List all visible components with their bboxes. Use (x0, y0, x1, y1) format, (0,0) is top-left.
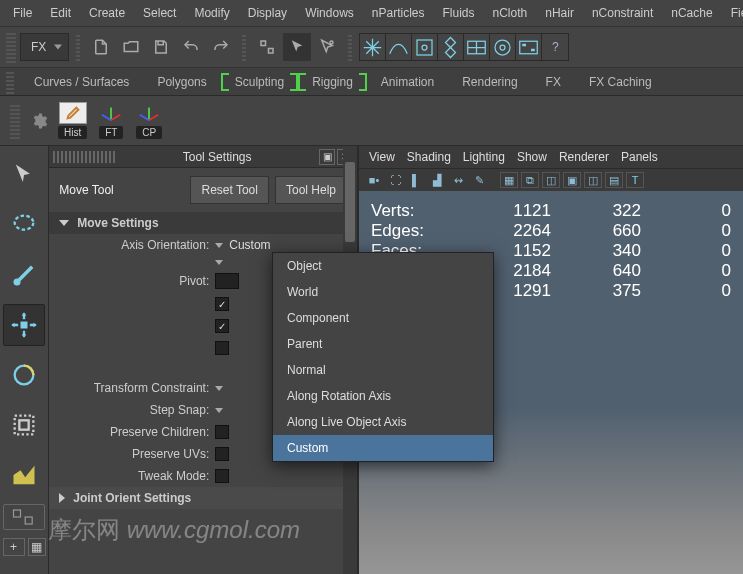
checkbox[interactable] (215, 341, 229, 355)
outliner-button[interactable] (3, 504, 45, 530)
menu-fiel[interactable]: Fiel (722, 2, 743, 24)
menu-select[interactable]: Select (134, 2, 185, 24)
lasso-tool[interactable] (3, 204, 45, 246)
menu-windows[interactable]: Windows (296, 2, 363, 24)
module-selector[interactable]: FX (20, 33, 69, 61)
tab-animation[interactable]: Animation (367, 69, 448, 95)
snap-curve-button[interactable] (386, 34, 412, 60)
chevron-down-icon[interactable] (215, 408, 223, 413)
tab-rigging[interactable]: Rigging (298, 69, 367, 95)
reset-tool-button[interactable]: Reset Tool (190, 176, 268, 204)
pivot-swatch[interactable] (215, 273, 239, 289)
bookmark-icon[interactable]: ▌ (407, 172, 425, 188)
menu-edit[interactable]: Edit (41, 2, 80, 24)
dd-along-rotation[interactable]: Along Rotation Axis (273, 383, 493, 409)
snap-live-button[interactable] (490, 34, 516, 60)
dd-object[interactable]: Object (273, 253, 493, 279)
last-tool[interactable] (3, 454, 45, 496)
vp-menu-renderer[interactable]: Renderer (559, 150, 609, 164)
menu-fluids[interactable]: Fluids (434, 2, 484, 24)
brush-icon[interactable]: ✎ (470, 172, 488, 188)
scrollbar-thumb[interactable] (345, 162, 355, 242)
menu-create[interactable]: Create (80, 2, 134, 24)
film-gate-icon[interactable]: ⧉ (521, 172, 539, 188)
resolution-gate-icon[interactable]: ◫ (542, 172, 560, 188)
move-settings-section[interactable]: Move Settings (49, 212, 357, 234)
tab-rendering[interactable]: Rendering (448, 69, 531, 95)
vp-menu-lighting[interactable]: Lighting (463, 150, 505, 164)
menu-file[interactable]: File (4, 2, 41, 24)
shelf-cp[interactable]: CP (135, 102, 163, 139)
vp-menu-shading[interactable]: Shading (407, 150, 451, 164)
gear-icon[interactable] (30, 112, 48, 130)
panel-dock-button[interactable]: ▣ (319, 149, 335, 165)
move-tool[interactable] (3, 304, 45, 346)
textured-icon[interactable]: T (626, 172, 644, 188)
tweak-mode-checkbox[interactable] (215, 469, 229, 483)
menu-modify[interactable]: Modify (185, 2, 238, 24)
tab-polygons[interactable]: Polygons (143, 69, 220, 95)
lock-camera-icon[interactable]: ⛶ (386, 172, 404, 188)
layout-grid-button[interactable]: ▦ (28, 538, 46, 556)
chevron-down-icon[interactable] (215, 386, 223, 391)
redo-button[interactable] (207, 33, 235, 61)
scale-tool[interactable] (3, 404, 45, 446)
dd-along-live[interactable]: Along Live Object Axis (273, 409, 493, 435)
open-scene-button[interactable] (117, 33, 145, 61)
shaded-icon[interactable]: ▤ (605, 172, 623, 188)
tab-handle[interactable] (6, 70, 14, 94)
select-by-type-button[interactable] (253, 33, 281, 61)
checkbox[interactable]: ✓ (215, 297, 229, 311)
tab-sculpting[interactable]: Sculpting (221, 69, 298, 95)
joint-orient-section[interactable]: Joint Orient Settings (49, 487, 357, 509)
select-hierarchy-button[interactable] (313, 33, 341, 61)
dd-component[interactable]: Component (273, 305, 493, 331)
shelf-ft[interactable]: FT (97, 102, 125, 139)
gate-mask-icon[interactable]: ▣ (563, 172, 581, 188)
tab-fx-caching[interactable]: FX Caching (575, 69, 666, 95)
render-button[interactable] (516, 34, 542, 60)
rotate-tool[interactable] (3, 354, 45, 396)
select-tool[interactable] (3, 154, 45, 196)
menu-ncloth[interactable]: nCloth (484, 2, 537, 24)
twirl-icon[interactable]: ↭ (449, 172, 467, 188)
menu-nconstraint[interactable]: nConstraint (583, 2, 662, 24)
new-scene-button[interactable] (87, 33, 115, 61)
chevron-down-icon[interactable] (215, 243, 223, 248)
panel-drag-handle[interactable] (53, 151, 117, 163)
save-scene-button[interactable] (147, 33, 175, 61)
vp-menu-view[interactable]: View (369, 150, 395, 164)
grid-icon[interactable]: ▦ (500, 172, 518, 188)
tool-help-button[interactable]: Tool Help (275, 176, 347, 204)
snap-plane-button[interactable] (464, 34, 490, 60)
help-button[interactable]: ? (542, 34, 568, 60)
shelf-hist[interactable]: Hist (58, 102, 87, 139)
toolbar-handle[interactable] (6, 31, 16, 63)
paint-select-tool[interactable] (3, 254, 45, 296)
shelf-handle[interactable] (10, 103, 20, 139)
undo-button[interactable] (177, 33, 205, 61)
snap-projected-button[interactable] (438, 34, 464, 60)
dd-parent[interactable]: Parent (273, 331, 493, 357)
preserve-children-checkbox[interactable] (215, 425, 229, 439)
tab-fx[interactable]: FX (532, 69, 575, 95)
select-tool-button[interactable] (283, 33, 311, 61)
vp-menu-panels[interactable]: Panels (621, 150, 658, 164)
dd-custom[interactable]: Custom (273, 435, 493, 461)
preserve-uvs-checkbox[interactable] (215, 447, 229, 461)
camera-icon[interactable]: ■• (365, 172, 383, 188)
image-plane-icon[interactable]: ▟ (428, 172, 446, 188)
tab-curves-surfaces[interactable]: Curves / Surfaces (20, 69, 143, 95)
checkbox[interactable]: ✓ (215, 319, 229, 333)
wireframe-icon[interactable]: ◫ (584, 172, 602, 188)
menu-display[interactable]: Display (239, 2, 296, 24)
dd-world[interactable]: World (273, 279, 493, 305)
dd-normal[interactable]: Normal (273, 357, 493, 383)
menu-ncache[interactable]: nCache (662, 2, 721, 24)
chevron-down-icon[interactable] (215, 260, 223, 265)
menu-nhair[interactable]: nHair (536, 2, 583, 24)
vp-menu-show[interactable]: Show (517, 150, 547, 164)
snap-grid-button[interactable] (360, 34, 386, 60)
axis-orientation-value[interactable]: Custom (229, 238, 270, 252)
layout-plus-button[interactable]: + (3, 538, 25, 556)
